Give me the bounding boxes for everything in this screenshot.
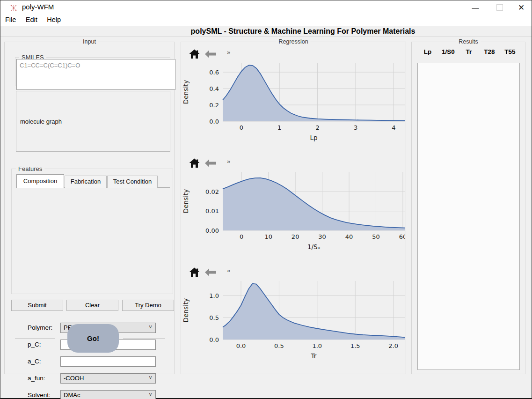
toolbar-expand-icon[interactable]: » (227, 49, 230, 56)
maximize-icon (496, 4, 503, 11)
results-panel-title: Results (456, 38, 481, 46)
regression-panel: Regression » 012340.00.20.40.6LpDensity … (181, 42, 406, 374)
app-window: poly-WFM — ✕ File Edit Help polySML - St… (0, 0, 532, 399)
menu-help[interactable]: Help (47, 16, 61, 23)
results-col-1s0: 1/S0 (438, 48, 459, 55)
regression-panel-title: Regression (276, 38, 310, 46)
back-arrow-icon[interactable] (204, 50, 217, 59)
plot-toolbar: » (182, 48, 405, 61)
try-demo-button[interactable]: Try Demo (122, 300, 174, 311)
x-tick-label: 50 (372, 233, 380, 240)
y-tick-label: 0.00 (205, 227, 219, 234)
features-tabbar: Composition Fabrication Test Condition (16, 174, 170, 188)
form-row-solvent: Solvent: DMAc ˅ (12, 390, 173, 399)
minimize-button[interactable]: — (467, 0, 483, 15)
plot-s0-density: 01020304050600.000.010.021/S₀Density (182, 170, 405, 252)
y-axis-label: Density (182, 189, 189, 213)
afun-select[interactable]: -COOH ˅ (60, 373, 156, 384)
y-tick-label: 0.2 (209, 102, 219, 109)
menu-bar: File Edit Help (0, 15, 532, 26)
x-tick-label: 2.0 (388, 342, 398, 349)
chevron-down-icon: ˅ (149, 324, 152, 331)
tab-fabrication[interactable]: Fabrication (65, 176, 107, 188)
app-icon (10, 4, 17, 12)
x-axis-label: 1/S₀ (307, 243, 320, 251)
home-icon[interactable] (189, 49, 200, 59)
results-col-t28: T28 (479, 48, 500, 55)
features-label: Features (16, 165, 44, 173)
close-button[interactable]: ✕ (513, 0, 529, 15)
close-icon: ✕ (518, 3, 525, 13)
back-arrow-icon[interactable] (204, 268, 217, 277)
tab-test-condition[interactable]: Test Condition (107, 176, 158, 188)
home-icon[interactable] (189, 158, 200, 168)
header-bar: polySML - Structure & Machine Learning F… (0, 26, 532, 37)
go-divider-right (123, 339, 165, 339)
smiles-frame: SMILES (15, 57, 170, 86)
x-tick-label: 0 (240, 124, 243, 131)
input-panel-title: Input (80, 38, 98, 46)
pc-label: p_C: (28, 341, 41, 348)
molecule-graph-box: molecule graph (16, 91, 170, 152)
x-tick-label: 3 (354, 124, 357, 131)
form-row-ac: a_C: (12, 356, 173, 367)
solvent-value: DMAc (64, 392, 80, 399)
plot-toolbar: » (182, 157, 405, 170)
y-tick-label: 0.6 (209, 69, 219, 76)
results-panel: Results Lp 1/S0 Tr T28 T55 (411, 42, 525, 374)
y-tick-label: 0.01 (205, 207, 219, 214)
afun-label: a_fun: (28, 375, 45, 382)
results-col-tr: Tr (459, 48, 479, 55)
density-figure-s0-density: » 01020304050600.000.010.021/S₀Density (182, 157, 405, 252)
toolbar-expand-icon[interactable]: » (227, 158, 230, 165)
minimize-icon: — (472, 4, 479, 12)
results-col-lp: Lp (417, 48, 438, 55)
title-bar: poly-WFM — ✕ (0, 0, 532, 15)
y-tick-label: 0.02 (205, 188, 219, 195)
plot-toolbar: » (182, 266, 405, 279)
tab-composition[interactable]: Composition (16, 174, 64, 188)
maximize-button[interactable] (492, 0, 508, 15)
y-axis-label: Density (182, 298, 189, 322)
go-divider-left (15, 339, 55, 339)
x-tick-label: 20 (292, 233, 299, 240)
results-col-t55: T55 (500, 48, 520, 55)
ac-label: a_C: (28, 358, 41, 365)
density-figure-lp-density: » 012340.00.20.40.6LpDensity (182, 48, 405, 143)
x-tick-label: 4 (392, 124, 395, 131)
home-icon[interactable] (189, 267, 200, 277)
chevron-down-icon: ˅ (149, 375, 152, 381)
x-tick-label: 2 (315, 124, 319, 131)
molecule-graph-label: molecule graph (20, 118, 62, 125)
x-tick-label: 1 (277, 124, 281, 131)
menu-file[interactable]: File (5, 16, 16, 23)
y-tick-label: 1.0 (209, 292, 219, 299)
toolbar-expand-icon[interactable]: » (227, 267, 230, 274)
x-tick-label: 40 (345, 233, 353, 240)
results-header-row: Lp 1/S0 Tr T28 T55 (417, 48, 520, 55)
plot-tr-density: 0.00.51.01.52.00.00.51.0TrDensity (182, 279, 405, 362)
ac-field[interactable] (60, 356, 156, 367)
x-tick-label: 30 (318, 233, 326, 240)
features-frame: Features Composition Fabrication Test Co… (11, 169, 173, 294)
afun-value: -COOH (64, 375, 84, 382)
y-tick-label: 0.0 (209, 118, 219, 125)
x-tick-label: 10 (264, 233, 272, 240)
input-panel: Input SMILES molecule graph Features Com… (4, 42, 175, 374)
solvent-label: Solvent: (28, 392, 51, 399)
x-tick-label: 60 (399, 233, 405, 240)
go-button[interactable]: Go! (67, 324, 119, 353)
results-listbox[interactable] (417, 63, 520, 370)
menu-edit[interactable]: Edit (26, 16, 37, 23)
solvent-select[interactable]: DMAc ˅ (60, 390, 156, 399)
x-tick-label: 1.0 (312, 342, 322, 349)
clear-button[interactable]: Clear (66, 300, 118, 311)
smiles-input[interactable] (16, 59, 175, 90)
submit-button[interactable]: Submit (11, 300, 63, 311)
back-arrow-icon[interactable] (204, 159, 217, 168)
y-tick-label: 0.5 (209, 314, 219, 321)
x-tick-label: 0 (240, 233, 243, 240)
window-title: poly-WFM (22, 3, 54, 11)
form-row-afun: a_fun: -COOH ˅ (12, 373, 173, 384)
x-tick-label: 1.5 (350, 342, 360, 349)
